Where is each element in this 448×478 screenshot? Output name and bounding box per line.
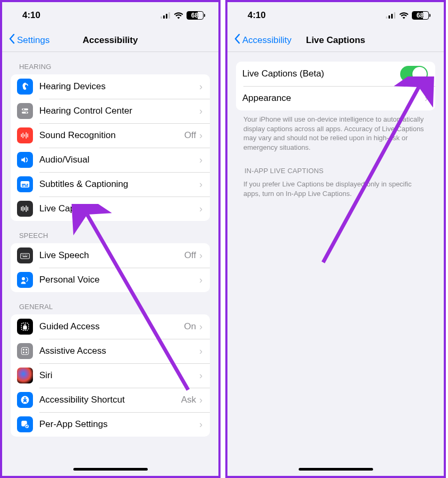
row-label: Hearing Control Center <box>39 106 199 116</box>
row-label: Live Speech <box>39 250 184 261</box>
row-label: Appearance <box>242 93 425 104</box>
back-button[interactable]: Accessibility <box>234 33 292 47</box>
row-label: Accessibility Shortcut <box>39 395 181 405</box>
siri-icon <box>17 368 33 383</box>
svg-rect-24 <box>22 255 23 256</box>
row-label: Live Captions <box>39 203 199 214</box>
row-siri[interactable]: Siri › <box>11 363 210 388</box>
svg-rect-3 <box>168 12 170 19</box>
chevron-left-icon <box>234 33 240 47</box>
sliders-icon <box>17 103 33 119</box>
perapp-icon <box>17 416 33 432</box>
row-label: Siri <box>39 370 199 381</box>
svg-rect-43 <box>388 15 390 19</box>
status-bar: 4:10 68 <box>227 2 444 29</box>
row-accessibility-shortcut[interactable]: Accessibility Shortcut Ask › <box>11 388 210 412</box>
row-audio-visual[interactable]: Audio/Visual › <box>11 148 210 172</box>
svg-point-7 <box>26 112 27 114</box>
chevron-right-icon: › <box>199 106 202 117</box>
row-live-speech[interactable]: Live Speech Off › <box>11 243 210 268</box>
chevron-right-icon: › <box>199 275 202 286</box>
row-sound-recognition[interactable]: Sound Recognition Off › <box>11 123 210 148</box>
group-hearing: Hearing Devices › Hearing Control Center… <box>11 74 210 221</box>
row-value: Off <box>184 250 196 261</box>
row-subtitles-captioning[interactable]: Subtitles & Captioning › <box>11 172 210 197</box>
svg-rect-17 <box>24 185 28 186</box>
row-personal-voice[interactable]: Personal Voice › <box>11 268 210 292</box>
chevron-right-icon: › <box>425 93 428 104</box>
svg-rect-27 <box>27 255 28 256</box>
battery-icon: 68 <box>412 11 429 20</box>
wave-icon <box>17 127 33 143</box>
row-value: Off <box>184 130 196 141</box>
cellular-icon <box>160 12 171 19</box>
wifi-icon <box>399 12 409 19</box>
svg-rect-45 <box>394 12 395 19</box>
svg-rect-15 <box>27 184 28 185</box>
group-speech: Live Speech Off › Personal Voice › <box>11 243 210 292</box>
row-per-app-settings[interactable]: Per-App Settings › <box>11 412 210 437</box>
svg-rect-31 <box>23 326 27 329</box>
row-hearing-devices[interactable]: Hearing Devices › <box>11 74 210 99</box>
row-assistive-access[interactable]: Assistive Access › <box>11 339 210 363</box>
row-label: Sound Recognition <box>39 130 184 141</box>
row-label: Personal Voice <box>39 275 199 285</box>
status-bar: 4:10 68 <box>2 2 218 29</box>
chevron-right-icon: › <box>199 395 202 406</box>
back-button[interactable]: Settings <box>9 33 49 47</box>
phone-right: 4:10 68 Accessibility Live Captions Live… <box>225 0 446 478</box>
svg-rect-25 <box>23 255 24 256</box>
svg-rect-2 <box>166 14 167 19</box>
svg-rect-16 <box>22 185 24 186</box>
row-live-captions-toggle[interactable]: Live Captions (Beta) <box>236 62 435 86</box>
group-general: Guided Access On › Assistive Access › Si… <box>11 314 210 437</box>
row-appearance[interactable]: Appearance › <box>236 86 435 110</box>
toggle-switch[interactable] <box>400 66 428 82</box>
chevron-left-icon <box>9 33 15 47</box>
group-live-captions: Live Captions (Beta) Appearance › <box>236 62 435 110</box>
row-label: Per-App Settings <box>39 419 199 430</box>
svg-rect-28 <box>23 257 28 258</box>
section-header-speech: SPEECH <box>2 221 218 243</box>
svg-rect-34 <box>26 349 27 351</box>
svg-rect-42 <box>386 16 387 19</box>
row-label: Subtitles & Captioning <box>39 179 199 190</box>
svg-rect-14 <box>22 184 26 185</box>
livecaptions-icon <box>17 201 33 217</box>
battery-icon: 68 <box>187 11 204 20</box>
svg-rect-4 <box>22 108 28 110</box>
lock-icon <box>17 319 33 335</box>
svg-rect-44 <box>391 14 393 19</box>
svg-rect-35 <box>23 352 24 353</box>
chevron-right-icon: › <box>199 370 202 381</box>
ear-icon <box>17 79 33 95</box>
row-value: Ask <box>181 395 196 405</box>
chevron-right-icon: › <box>199 321 202 332</box>
cellular-icon <box>386 12 396 19</box>
section-header-hearing: HEARING <box>2 52 218 74</box>
svg-rect-32 <box>21 347 28 354</box>
captions-icon <box>17 176 33 192</box>
wifi-icon <box>174 12 183 19</box>
voice-icon <box>17 272 33 288</box>
chevron-right-icon: › <box>199 130 202 141</box>
chevron-right-icon: › <box>199 179 202 190</box>
row-label: Live Captions (Beta) <box>242 69 400 79</box>
row-guided-access[interactable]: Guided Access On › <box>11 314 210 339</box>
row-value: On <box>184 321 196 332</box>
home-indicator <box>299 468 373 471</box>
svg-rect-33 <box>23 349 24 351</box>
row-hearing-control-center[interactable]: Hearing Control Center › <box>11 99 210 123</box>
svg-rect-0 <box>160 16 162 19</box>
footer-text: Your iPhone will use on-device intellige… <box>227 110 444 154</box>
speaker-icon <box>17 152 33 168</box>
row-label: Assistive Access <box>39 346 199 356</box>
back-label: Accessibility <box>242 35 292 46</box>
nav-bar: Accessibility Live Captions <box>227 29 444 52</box>
keyboard-icon <box>17 247 33 263</box>
shortcut-icon <box>17 392 33 408</box>
svg-point-38 <box>24 397 26 399</box>
svg-rect-23 <box>21 253 30 259</box>
row-live-captions[interactable]: Live Captions › <box>11 197 210 221</box>
home-indicator <box>73 468 148 471</box>
